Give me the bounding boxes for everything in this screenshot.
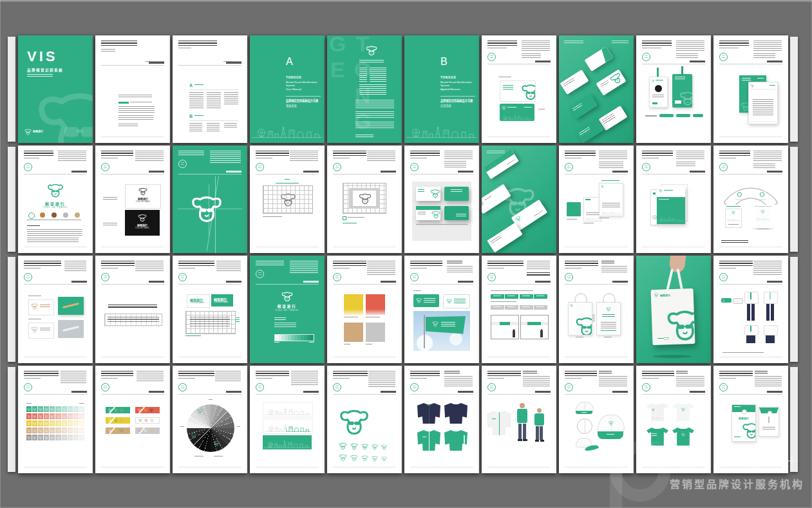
bull-graphic-icon [742,420,756,440]
page-gray-wheel [173,366,247,473]
page-min-size [327,366,402,473]
tint-row-yellow [26,420,84,426]
page-header [327,256,402,363]
page-header [18,146,93,253]
page-header [559,366,634,473]
bull-logo-icon [339,406,370,437]
divider-letter: A [286,56,293,68]
bull-logo-icon [197,408,203,414]
layout-panel [412,182,471,241]
bull-graphic-icon [575,314,592,335]
font-grid-box [104,314,162,326]
stack-page-edge [8,37,15,142]
row-3: 桐哥旅行 TONG GE TRAVEL 桐哥旅行 TONG GE TRAVEL … [18,256,788,363]
page-header [173,256,247,363]
card-back [500,104,534,121]
bull-logo-icon [430,188,440,198]
page-header [636,366,711,473]
card-front-layout2 [416,206,440,220]
stack-page-edge [790,257,798,362]
page-uniforms [713,256,788,363]
letter-sheet-large [599,183,623,216]
page-doc-envelopes: 桐哥旅行 [713,366,788,473]
tint-row-red [26,413,84,419]
page-logo-effects [18,256,93,363]
pattern-band-gray [263,402,313,417]
bull-logo-icon [681,433,685,437]
gold-logo-chip [28,299,54,315]
mock-card [596,70,626,96]
city-skyline-icon [726,217,741,222]
logo-positive-box: 桐哥旅行 TONG GE TRAVEL [125,184,161,209]
page-color-backgrounds [18,366,93,473]
name-chip-green: 桐哥旅行 TONG GE TRAVEL [211,294,233,306]
city-skyline-icon [657,215,685,223]
bull-graphic-icon [665,305,695,343]
city-skyline-icon [600,210,622,215]
toc-section-a: A [189,83,193,88]
construction-grid [185,311,236,334]
toc-section-b: B [189,114,193,118]
page-logo-construction [173,146,247,253]
page-logo-clearspace [327,146,402,253]
page-card-layouts [404,146,479,253]
forbidden-chip [106,428,130,434]
bull-logo-icon [606,306,611,312]
bull-logo-icon [339,453,347,462]
bull-logo-icon [31,326,38,333]
page-letterhead [713,35,788,143]
bull-logo-icon [679,89,692,106]
page-divider-a: A TONGGE Brand Visual Identification Sys… [250,35,325,143]
bull-logo-icon [372,444,378,450]
city-skyline-icon [264,438,310,449]
forbidden-chip [106,417,130,424]
stack-page-edge [8,367,15,472]
mock-card [560,70,589,95]
stack-page-edge [790,37,798,142]
cover-title: VIS [27,48,57,65]
storefront-elevation [520,315,549,339]
bull-logo-icon [361,443,368,450]
tote-bag-back [596,302,621,335]
page-paper-cup [713,146,788,253]
city-skyline-icon [406,123,477,140]
bull-logo-icon [652,408,655,411]
page-jacket-photos [482,366,556,473]
page-jackets [404,366,479,473]
bull-logo-icon [381,444,387,450]
bull-logo-icon [31,303,38,310]
swatch-tan [344,323,363,342]
gold-script-chip [58,297,84,315]
page-header [95,256,170,363]
bull-logo-icon [609,70,625,86]
bull-logo-icon [372,455,378,462]
sign-strip-green [491,294,547,299]
bull-logo-icon [359,192,372,205]
bull-watermark-icon [35,80,93,143]
bull-logo-icon [191,433,196,438]
bull-logo-icon [350,442,358,450]
brand-tag-chip [721,298,732,303]
card-front [500,80,536,102]
doc-envelope-back [759,407,779,437]
row-4: 桐哥旅行 [18,366,788,473]
page-contents: A B [173,35,247,143]
green-swatch-card [567,202,581,216]
mock-envelope [487,223,523,253]
silver-logo-chip [28,323,54,339]
flag-chip-outline [443,294,470,308]
city-skyline-icon [252,123,323,140]
grayscale-wheel [187,404,234,452]
bull-logo-icon [732,211,735,214]
page-forbidden-colors [95,366,170,473]
bull-logo-icon [751,84,754,88]
pattern-band-green [263,435,312,449]
row-1: VIS 品牌视觉识别系统 桐哥旅行 A B [18,35,788,143]
uniform-figure [744,325,757,348]
swatch-red [366,294,385,315]
page-header [404,366,479,473]
storefront-elevation [491,315,519,339]
bull-logo-icon [381,456,387,462]
page-flag [404,256,479,363]
tote-bag-front [568,302,592,335]
